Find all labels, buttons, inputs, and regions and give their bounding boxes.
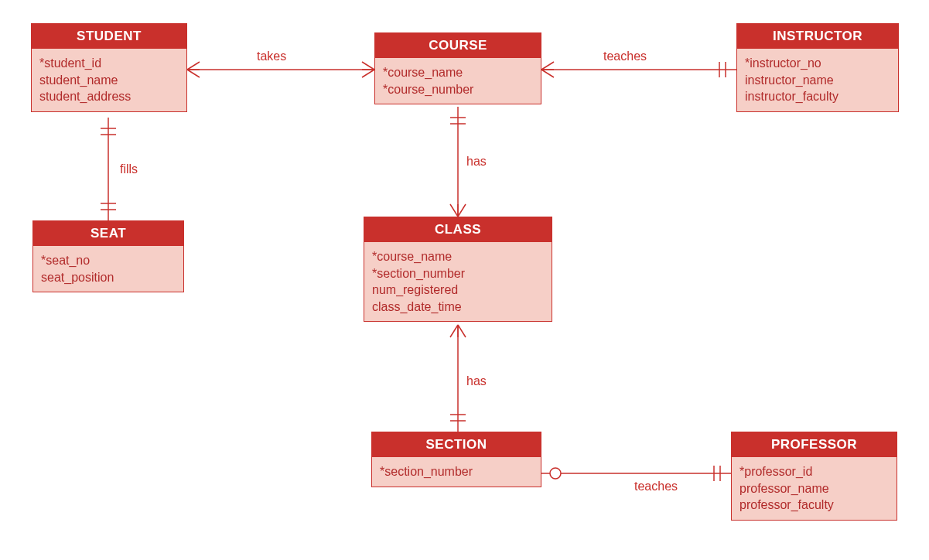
attr: professor_name <box>739 480 889 497</box>
entity-section-title: SECTION <box>372 432 541 457</box>
entity-seat-title: SEAT <box>33 221 183 246</box>
entity-course-body: *course_name *course_number <box>375 58 541 104</box>
attr: seat_position <box>41 269 176 286</box>
attr: *section_number <box>372 265 544 282</box>
rel-label-has-class: has <box>466 155 487 169</box>
attr: instructor_name <box>745 72 890 89</box>
attr: class_date_time <box>372 299 544 316</box>
rel-label-teaches-professor: teaches <box>634 480 678 493</box>
rel-label-teaches-instructor: teaches <box>603 50 647 63</box>
entity-course: COURSE *course_name *course_number <box>374 32 541 104</box>
rel-label-has-section: has <box>466 374 487 388</box>
entity-section-body: *section_number <box>372 457 541 487</box>
rel-label-fills: fills <box>120 162 138 176</box>
entity-section: SECTION *section_number <box>371 432 541 487</box>
attr: *professor_id <box>739 463 889 480</box>
attr: student_address <box>39 88 179 105</box>
entity-class-title: CLASS <box>364 217 552 242</box>
attr: student_name <box>39 72 179 89</box>
attr: instructor_faculty <box>745 88 890 105</box>
attr: *course_number <box>383 81 533 98</box>
attr: *course_name <box>383 64 533 81</box>
entity-instructor-title: INSTRUCTOR <box>737 24 898 49</box>
entity-professor-body: *professor_id professor_name professor_f… <box>732 457 897 520</box>
attr: *course_name <box>372 248 544 265</box>
attr: *section_number <box>380 463 533 480</box>
entity-instructor: INSTRUCTOR *instructor_no instructor_nam… <box>736 23 899 112</box>
svg-point-16 <box>550 468 561 479</box>
rel-label-takes: takes <box>257 50 286 63</box>
entity-student-title: STUDENT <box>32 24 186 49</box>
entity-seat-body: *seat_no seat_position <box>33 246 183 292</box>
attr: *student_id <box>39 55 179 72</box>
entity-seat: SEAT *seat_no seat_position <box>32 220 184 292</box>
attr: *seat_no <box>41 252 176 269</box>
entity-professor: PROFESSOR *professor_id professor_name p… <box>731 432 897 521</box>
entity-professor-title: PROFESSOR <box>732 432 897 457</box>
attr: professor_faculty <box>739 497 889 514</box>
entity-student-body: *student_id student_name student_address <box>32 49 186 111</box>
entity-course-title: COURSE <box>375 33 541 58</box>
entity-class-body: *course_name *section_number num_registe… <box>364 242 552 321</box>
entity-instructor-body: *instructor_no instructor_name instructo… <box>737 49 898 111</box>
attr: num_registered <box>372 282 544 299</box>
entity-class: CLASS *course_name *section_number num_r… <box>364 217 552 322</box>
entity-student: STUDENT *student_id student_name student… <box>31 23 187 112</box>
attr: *instructor_no <box>745 55 890 72</box>
